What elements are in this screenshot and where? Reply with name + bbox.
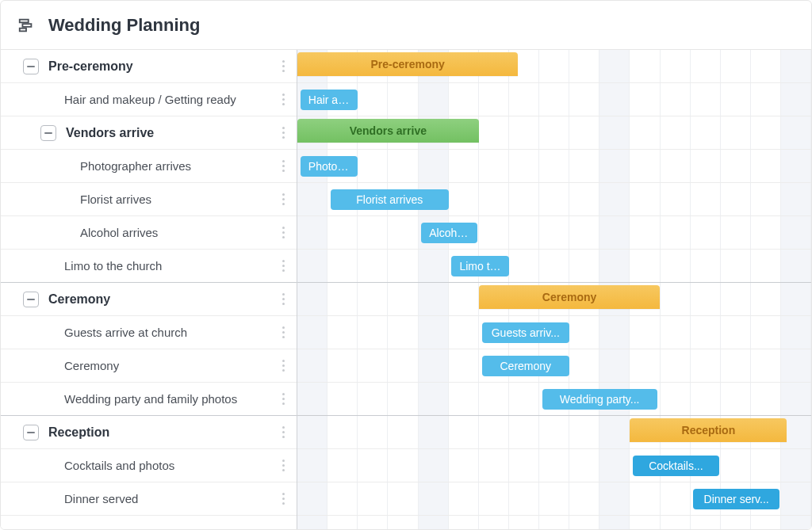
bar-label: Guests arriv... [492,326,560,339]
task-bar[interactable]: Ceremony [482,356,570,376]
bar-label: Cocktails... [649,459,703,472]
timeline-row: Photog... [297,150,811,183]
task-row[interactable]: Dinner served [1,482,297,516]
bar-label: Dinner serv... [704,493,769,505]
svg-rect-1 [22,24,31,27]
task-bar[interactable]: Dinner serv... [693,489,779,509]
task-label: Photographer arrives [80,159,276,173]
task-bar[interactable]: Photog... [301,156,358,177]
bar-label: Alcoho... [429,227,469,239]
task-label: Ceremony [64,359,276,372]
task-label: Pre-ceremony [48,59,276,74]
collapse-toggle[interactable] [40,125,56,141]
task-row[interactable]: Wedding party and family photos [1,383,297,416]
drag-handle-icon[interactable] [276,60,290,72]
drag-handle-icon[interactable] [276,393,290,405]
drag-handle-icon[interactable] [276,293,290,305]
timeline-row: Cocktails... [297,449,811,482]
task-label: Wedding party and family photos [64,392,276,406]
task-row[interactable]: Hair and makeup / Getting ready [1,83,297,116]
bar-label: Ceremony [500,360,551,372]
task-label: Limo to the church [64,259,276,273]
drag-handle-icon[interactable] [276,160,290,172]
timeline-row: Reception [297,416,811,449]
drag-handle-icon[interactable] [276,260,290,272]
task-bar[interactable]: Florist arrives [331,189,449,210]
gantt-grid: Pre-ceremonyHair and makeup / Getting re… [1,50,811,529]
task-label: Dinner served [64,492,276,505]
app-frame: Wedding Planning Pre-ceremonyHair and ma… [0,0,812,530]
task-row[interactable]: Limo to the church [1,250,297,283]
task-bar[interactable]: Guests arriv... [482,322,570,343]
timeline-row: Pre-ceremony [297,50,811,83]
gantt-icon [15,14,37,36]
summary-bar[interactable]: Reception [630,418,787,442]
drag-handle-icon[interactable] [276,227,290,238]
task-bar[interactable]: Hair an... [301,90,358,110]
task-bar[interactable]: Limo to... [451,256,508,276]
timeline-row: Ceremony [297,349,811,383]
bar-label: Ceremony [542,291,596,303]
task-row[interactable]: Florist arrives [1,183,297,216]
task-label: Reception [48,425,276,440]
collapse-toggle[interactable] [23,59,39,74]
timeline-row: Guests arriv... [297,316,811,349]
drag-handle-icon[interactable] [276,326,290,338]
timeline-row: Vendors arrive [297,116,811,150]
bar-label: Limo to... [459,260,500,273]
task-section-row[interactable]: Reception [1,416,297,449]
drag-handle-icon[interactable] [276,193,290,205]
task-row[interactable]: Cocktails and photos [1,449,297,482]
task-row[interactable]: Guests arrive at church [1,316,297,349]
task-list-pane: Pre-ceremonyHair and makeup / Getting re… [1,50,297,529]
timeline-row: Hair an... [297,83,811,116]
task-bar[interactable]: Alcoho... [421,223,477,243]
task-label: Florist arrives [80,193,276,206]
bar-label: Hair an... [308,93,350,106]
collapse-toggle[interactable] [23,292,39,307]
bar-label: Vendors arrive [350,124,427,137]
drag-handle-icon[interactable] [276,93,290,105]
summary-bar[interactable]: Vendors arrive [297,119,479,143]
task-label: Vendors arrive [66,126,276,140]
task-section-row[interactable]: Vendors arrive [1,116,297,150]
bar-label: Reception [682,424,736,437]
timeline-row: Florist arrives [297,183,811,216]
drag-handle-icon[interactable] [276,426,290,438]
task-label: Ceremony [48,292,276,307]
bar-label: Photog... [308,160,350,173]
drag-handle-icon[interactable] [276,360,290,372]
svg-rect-0 [20,19,29,22]
timeline-row: Limo to... [297,250,811,283]
timeline-row: Ceremony [297,283,811,316]
summary-bar[interactable]: Pre-ceremony [297,52,518,76]
timeline-row: Dinner serv... [297,482,811,516]
collapse-toggle[interactable] [23,425,39,440]
task-label: Guests arrive at church [64,326,276,339]
task-section-row[interactable]: Ceremony [1,283,297,316]
task-bar[interactable]: Cocktails... [633,456,719,476]
bar-label: Pre-ceremony [370,58,444,71]
timeline-rows: Pre-ceremonyHair an...Vendors arrivePhot… [297,50,811,516]
page-header: Wedding Planning [1,1,811,50]
task-row[interactable]: Alcohol arrives [1,216,297,250]
drag-handle-icon[interactable] [276,127,290,139]
task-bar[interactable]: Wedding party... [542,389,657,410]
timeline-pane[interactable]: Pre-ceremonyHair an...Vendors arrivePhot… [297,50,811,529]
task-label: Hair and makeup / Getting ready [64,93,276,106]
task-row[interactable]: Photographer arrives [1,150,297,183]
bar-label: Florist arrives [356,193,423,206]
summary-bar[interactable]: Ceremony [479,285,661,309]
task-row[interactable]: Ceremony [1,349,297,383]
svg-rect-2 [20,28,26,31]
task-section-row[interactable]: Pre-ceremony [1,50,297,83]
drag-handle-icon[interactable] [276,459,290,471]
timeline-row: Alcoho... [297,216,811,250]
task-label: Alcohol arrives [80,226,276,239]
page-title: Wedding Planning [48,15,200,36]
drag-handle-icon[interactable] [276,493,290,505]
bar-label: Wedding party... [560,393,640,406]
timeline-row: Wedding party... [297,383,811,416]
task-label: Cocktails and photos [64,459,276,472]
